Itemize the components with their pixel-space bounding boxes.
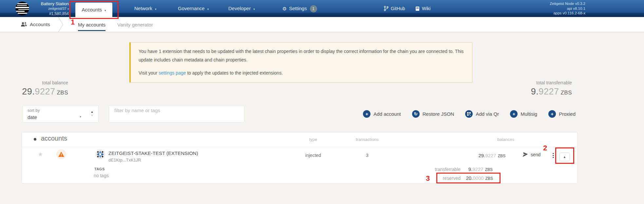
chevron-down-icon: ▾ [104, 9, 106, 12]
chevron-down-icon: ▾ [155, 8, 157, 11]
sort-asc-icon: ▲ [89, 110, 95, 114]
account-address: dE1Ktp...TxK1JR [108, 158, 141, 162]
add-account-button[interactable]: + Add account [363, 110, 401, 118]
nav-developer[interactable]: Developer▾ [228, 0, 255, 17]
add-via-qr-button[interactable]: Add via Qr [465, 110, 499, 118]
warning-badge [56, 149, 66, 159]
tags-label: TAGS [94, 167, 105, 171]
chevron-down-icon: ▾ [253, 8, 255, 11]
total-transferrable-summary: total transferrable 9.9227ZBS [474, 80, 572, 97]
settings-page-link[interactable]: settings page [159, 70, 186, 76]
sort-by-label: sort by [28, 108, 40, 113]
chevron-down-icon: ▾ [67, 8, 69, 10]
plus-circle-icon: + [548, 110, 556, 118]
tags-value: no tags [94, 173, 109, 178]
proxied-button[interactable]: + Proxied [548, 110, 576, 118]
book-icon [415, 6, 420, 11]
table-title: accounts [41, 135, 67, 142]
sort-dropdown[interactable]: sort by date ▾ ▲ ▼ [23, 105, 99, 123]
chevron-up-icon: ▲ [563, 155, 566, 159]
total-balance-value: 29.9227ZBS [0, 87, 68, 97]
extension-update-banner: You have 1 extension that needs to be up… [129, 42, 472, 83]
filter-input[interactable] [114, 108, 239, 113]
favorite-star-icon[interactable]: ★ [38, 151, 43, 158]
chain-name: Battery Station [20, 2, 69, 6]
transferrable-value: 9.9227ZBS [427, 166, 493, 172]
tab-vanity-generator[interactable]: Vanity generator [117, 17, 153, 31]
nav-settings[interactable]: ⚙Settings1 [282, 0, 317, 17]
top-header: Battery Station zeitgeist/37▾ #1,580,854… [0, 0, 644, 17]
account-name: ZEITGEIST-STAKE-TEST (EXTENSION) [108, 150, 198, 156]
account-transactions: 3 [348, 153, 387, 158]
chevron-down-icon: ▾ [80, 115, 81, 118]
accounts-table: accounts type transactions balances ★ ZE… [22, 132, 578, 183]
version-info: Zeitgeist Node v0.3.2 api v8.10.1 apps v… [550, 1, 585, 16]
total-balance-label: total balance [0, 80, 68, 85]
plus-circle-icon: + [363, 110, 370, 118]
apps-version: apps v0.116.2-68-x [550, 11, 585, 16]
sync-circle-icon: ↻ [412, 110, 420, 118]
plus-circle-icon: + [510, 110, 518, 118]
column-header-transactions: transactions [348, 137, 387, 142]
nav-accounts[interactable]: Accounts▾ [75, 3, 112, 17]
total-balance-summary: total balance 29.9227ZBS [0, 80, 68, 97]
nav-governance[interactable]: Governance▾ [178, 0, 209, 17]
banner-text-2: Visit your settings page to apply the up… [139, 69, 464, 77]
row-menu-button[interactable] [551, 152, 555, 159]
account-actions: + Add account ↻ Restore JSON Add via Qr … [363, 105, 576, 123]
git-branch-icon [384, 6, 388, 11]
api-version: api v8.10.1 [550, 6, 585, 11]
warning-triangle-icon [58, 152, 64, 157]
settings-badge: 1 [310, 5, 317, 12]
column-header-type: type [297, 137, 330, 142]
gear-icon: ⚙ [282, 6, 287, 11]
filter-box [109, 105, 244, 123]
sort-direction-toggle[interactable]: ▲ ▼ [89, 110, 95, 117]
collapse-row-button[interactable]: ▲ [559, 153, 570, 161]
total-transferrable-value: 9.9227ZBS [474, 87, 572, 97]
banner-text: You have 1 extension that needs to be up… [139, 47, 464, 64]
nav-network[interactable]: Network▾ [134, 0, 157, 17]
account-identicon[interactable] [95, 149, 105, 159]
send-button[interactable]: send [522, 152, 540, 157]
github-link[interactable]: GitHub [384, 0, 405, 17]
circle-dot-icon [34, 138, 36, 141]
account-type: injected [297, 153, 330, 158]
tab-my-accounts[interactable]: My accounts [78, 17, 105, 31]
breadcrumb: Accounts [30, 17, 50, 32]
chain-block-number: #1,580,854 [20, 11, 69, 16]
node-version: Zeitgeist Node v0.3.2 [550, 1, 585, 6]
chain-selector[interactable]: Battery Station zeitgeist/37▾ #1,580,854 [20, 2, 69, 16]
reserved-value: 20.0000ZBS [427, 175, 493, 181]
breadcrumb-separator [58, 17, 64, 32]
qr-circle-icon [465, 110, 473, 118]
wiki-link[interactable]: Wiki [415, 0, 430, 17]
subnav-bar: Accounts My accounts Vanity generator [0, 17, 644, 32]
sort-desc-icon: ▼ [89, 114, 95, 117]
sort-value: date [28, 114, 37, 120]
multisig-button[interactable]: + Multisig [510, 110, 537, 118]
divider [22, 147, 577, 147]
total-transferrable-label: total transferrable [474, 80, 572, 85]
restore-json-button[interactable]: ↻ Restore JSON [412, 110, 454, 118]
chevron-down-icon: ▾ [207, 8, 209, 11]
column-header-balances: balances [486, 137, 525, 142]
paper-plane-icon [522, 152, 528, 157]
users-icon [21, 22, 27, 27]
page: Battery Station zeitgeist/37▾ #1,580,854… [0, 0, 644, 204]
account-balance: 29.9227ZBS [440, 153, 505, 158]
chain-network: zeitgeist/37 [48, 7, 66, 10]
